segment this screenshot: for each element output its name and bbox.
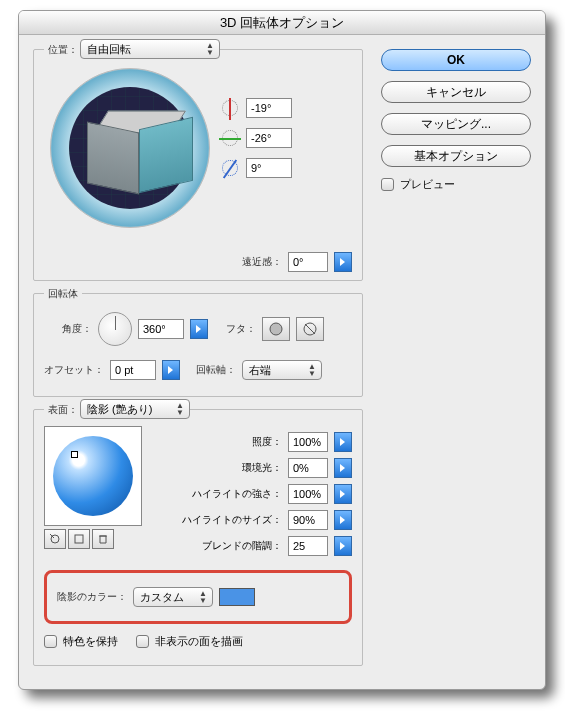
blend-steps-field[interactable]: 25 [288, 536, 328, 556]
highlight-size-label: ハイライトのサイズ： [182, 513, 282, 527]
move-light-back-button[interactable] [44, 529, 66, 549]
angle-stepper[interactable] [190, 319, 208, 339]
group-label-revolve: 回転体 [44, 287, 82, 301]
highlight-size-stepper[interactable] [334, 510, 352, 530]
shade-color-swatch[interactable] [219, 588, 255, 606]
draw-hidden-checkbox[interactable] [136, 635, 149, 648]
highlight-size-field[interactable]: 90% [288, 510, 328, 530]
draw-hidden-label: 非表示の面を描画 [155, 634, 243, 649]
angle-label: 角度： [44, 322, 92, 336]
axis-label: 回転軸： [196, 363, 236, 377]
ambient-field[interactable]: 0% [288, 458, 328, 478]
shade-color-label: 陰影のカラー： [55, 590, 127, 604]
cap-off-button[interactable] [296, 317, 324, 341]
x-axis-icon [220, 98, 240, 118]
preserve-spot-checkbox[interactable] [44, 635, 57, 648]
cancel-button[interactable]: キャンセル [381, 81, 531, 103]
blend-steps-label: ブレンドの階調： [190, 539, 282, 553]
group-label-position: 位置： [44, 43, 82, 57]
offset-stepper[interactable] [162, 360, 180, 380]
ambient-label: 環境光： [190, 461, 282, 475]
angle-z-field[interactable]: 9° [246, 158, 292, 178]
z-axis-icon [220, 158, 240, 178]
highlight-intensity-stepper[interactable] [334, 484, 352, 504]
preview-label: プレビュー [400, 177, 455, 192]
shading-select[interactable]: 陰影 (艶あり) ▲▼ [80, 399, 190, 419]
preserve-spot-label: 特色を保持 [63, 634, 118, 649]
light-sphere-preview[interactable] [44, 426, 142, 526]
dialog-3d-revolve-options: 3D 回転体オプション OK キャンセル マッピング... 基本オプション プレ… [18, 10, 546, 690]
ambient-stepper[interactable] [334, 458, 352, 478]
light-intensity-stepper[interactable] [334, 432, 352, 452]
y-axis-icon [220, 128, 240, 148]
svg-point-0 [270, 323, 282, 335]
preview-checkbox[interactable] [381, 178, 394, 191]
dialog-title: 3D 回転体オプション [19, 11, 545, 35]
cap-label: フタ： [226, 322, 256, 336]
cap-on-button[interactable] [262, 317, 290, 341]
highlight-intensity-field[interactable]: 100% [288, 484, 328, 504]
perspective-stepper[interactable] [334, 252, 352, 272]
shade-color-select[interactable]: カスタム ▲▼ [133, 587, 213, 607]
angle-dial[interactable] [98, 312, 132, 346]
ok-button[interactable]: OK [381, 49, 531, 71]
delete-light-button[interactable] [92, 529, 114, 549]
shade-color-mode-value: カスタム [140, 590, 184, 605]
angle-field[interactable]: 360° [138, 319, 184, 339]
perspective-label: 遠近感： [242, 255, 282, 269]
angle-x-field[interactable]: -19° [246, 98, 292, 118]
offset-label: オフセット： [44, 363, 104, 377]
light-intensity-field[interactable]: 100% [288, 432, 328, 452]
offset-field[interactable]: 0 pt [110, 360, 156, 380]
axis-value: 右端 [249, 363, 271, 378]
shade-color-highlight: 陰影のカラー： カスタム ▲▼ [44, 570, 352, 624]
highlight-intensity-label: ハイライトの強さ： [190, 487, 282, 501]
svg-rect-3 [75, 535, 83, 543]
position-preset-select[interactable]: 自由回転 ▲▼ [80, 39, 220, 59]
light-handle[interactable] [71, 451, 78, 458]
mapping-button[interactable]: マッピング... [381, 113, 531, 135]
shading-value: 陰影 (艶あり) [87, 402, 152, 417]
rotation-preview[interactable] [50, 68, 210, 228]
group-label-surface: 表面： [44, 403, 82, 417]
basic-options-button[interactable]: 基本オプション [381, 145, 531, 167]
axis-select[interactable]: 右端 ▲▼ [242, 360, 322, 380]
perspective-field[interactable]: 0° [288, 252, 328, 272]
angle-y-field[interactable]: -26° [246, 128, 292, 148]
new-light-button[interactable] [68, 529, 90, 549]
blend-steps-stepper[interactable] [334, 536, 352, 556]
light-intensity-label: 照度： [190, 435, 282, 449]
position-preset-value: 自由回転 [87, 42, 131, 57]
